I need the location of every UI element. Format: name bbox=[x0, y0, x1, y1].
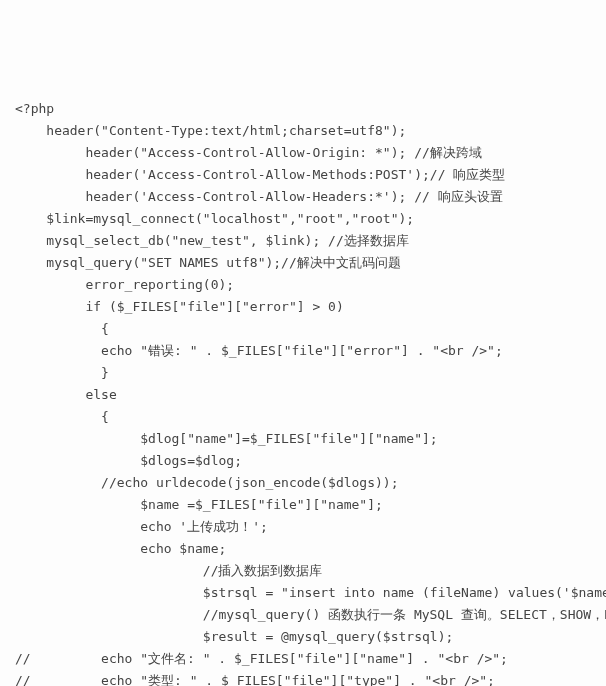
code-line: $dlog["name"]=$_FILES["file"]["name"]; bbox=[15, 428, 591, 450]
code-line: $link=mysql_connect("localhost","root","… bbox=[15, 208, 591, 230]
code-line: header("Content-Type:text/html;charset=u… bbox=[15, 120, 591, 142]
code-line: // echo "类型: " . $_FILES["file"]["type"]… bbox=[15, 670, 591, 686]
code-line: header("Access-Control-Allow-Origin: *")… bbox=[15, 142, 591, 164]
code-line: else bbox=[15, 384, 591, 406]
code-line: echo '上传成功！'; bbox=[15, 516, 591, 538]
code-line: header('Access-Control-Allow-Headers:*')… bbox=[15, 186, 591, 208]
code-line: <?php bbox=[15, 98, 591, 120]
code-line: if ($_FILES["file"]["error"] > 0) bbox=[15, 296, 591, 318]
code-block: <?php header("Content-Type:text/html;cha… bbox=[15, 98, 591, 686]
code-line: { bbox=[15, 318, 591, 340]
code-line: $name =$_FILES["file"]["name"]; bbox=[15, 494, 591, 516]
code-line: $strsql = "insert into name (fileName) v… bbox=[15, 582, 591, 604]
code-line: echo "错误: " . $_FILES["file"]["error"] .… bbox=[15, 340, 591, 362]
code-line: echo $name; bbox=[15, 538, 591, 560]
code-line: $dlogs=$dlog; bbox=[15, 450, 591, 472]
code-line: $result = @mysql_query($strsql); bbox=[15, 626, 591, 648]
code-line: error_reporting(0); bbox=[15, 274, 591, 296]
code-line: // echo "文件名: " . $_FILES["file"]["name"… bbox=[15, 648, 591, 670]
code-line: //插入数据到数据库 bbox=[15, 560, 591, 582]
code-line: } bbox=[15, 362, 591, 384]
code-line: //mysql_query() 函数执行一条 MySQL 查询。SELECT，S… bbox=[15, 604, 591, 626]
code-line: { bbox=[15, 406, 591, 428]
code-line: mysql_select_db("new_test", $link); //选择… bbox=[15, 230, 591, 252]
code-line: header('Access-Control-Allow-Methods:POS… bbox=[15, 164, 591, 186]
code-line: //echo urldecode(json_encode($dlogs)); bbox=[15, 472, 591, 494]
code-line: mysql_query("SET NAMES utf8");//解决中文乱码问题 bbox=[15, 252, 591, 274]
